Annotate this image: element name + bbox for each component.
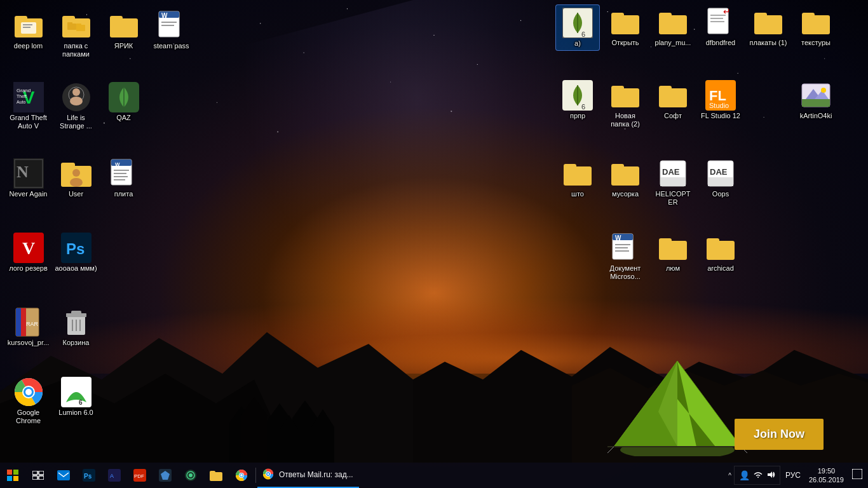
icon-deep-lom[interactable]: deep lom [4, 8, 52, 53]
icon-otkryt[interactable]: Открыть [603, 4, 648, 50]
svg-point-54 [72, 169, 80, 177]
system-tray-area: 👤 [734, 466, 780, 485]
icon-label-fl-studio: FL Studio 12 [701, 112, 740, 120]
svg-rect-134 [7, 470, 12, 475]
taskbar-language[interactable]: РУС [783, 471, 803, 480]
icon-lyum[interactable]: люм [651, 230, 695, 275]
svg-rect-117 [611, 164, 624, 170]
taskbar-notification-button[interactable] [850, 469, 865, 482]
svg-text:DAE: DAE [710, 167, 728, 177]
tray-expand-button[interactable]: ^ [728, 472, 731, 479]
icon-label-user: User [69, 190, 83, 198]
icon-never-again[interactable]: N Never Again [4, 156, 52, 201]
icon-label-gta: Grand Theft Auto V [7, 114, 50, 130]
svg-rect-128 [615, 247, 628, 248]
icon-shto[interactable]: што [555, 156, 600, 201]
svg-rect-131 [659, 238, 672, 245]
icon-plany-mu[interactable]: plany_mu... [651, 4, 695, 50]
svg-rect-165 [852, 469, 862, 479]
taskbar-photoshop[interactable]: Ps [76, 463, 102, 488]
tekstury-folder-icon [801, 7, 831, 37]
steam-pass-icon: W [156, 10, 187, 41]
icon-google-chrome[interactable]: Google Chrome [4, 374, 52, 428]
taskbar-file-explorer[interactable] [203, 463, 229, 488]
icon-tekstury[interactable]: текстуры [794, 4, 838, 50]
icon-user[interactable]: User [52, 156, 100, 201]
svg-rect-19 [15, 16, 27, 22]
taskbar-running-chrome[interactable]: Ответы Mail.ru: зад... [257, 463, 359, 488]
icon-grand-theft-auto[interactable]: V Grand Theft Auto Grand Theft Auto V [4, 79, 52, 133]
taskbar-mail[interactable] [51, 463, 76, 488]
task-view-button[interactable] [25, 463, 51, 488]
svg-rect-22 [23, 27, 31, 28]
icon-soft[interactable]: Софт [651, 78, 695, 123]
taskbar-chrome-pinned[interactable] [229, 463, 254, 488]
icon-korzina[interactable]: Корзина [52, 304, 100, 349]
icon-yarik[interactable]: ЯРИК [100, 8, 147, 53]
icon-kartino4ki[interactable]: kArtinO4ki [794, 78, 838, 123]
svg-rect-110 [802, 99, 830, 107]
icon-life-is-strange[interactable]: Life is Strange ... [52, 79, 100, 133]
svg-rect-47 [76, 24, 81, 26]
svg-text:Auto: Auto [17, 100, 26, 104]
svg-rect-140 [32, 476, 37, 480]
taskbar-divider [255, 468, 256, 483]
icon-kursovoj[interactable]: RAR kursovoj_pr... [4, 304, 52, 349]
icon-label-plita: плита [114, 190, 133, 198]
icon-qaz[interactable]: QAZ [100, 79, 147, 125]
svg-text:Studio: Studio [709, 102, 729, 109]
svg-rect-79 [161, 22, 177, 23]
join-now-button[interactable]: Join Now [735, 419, 824, 450]
svg-rect-129 [615, 250, 629, 252]
svg-rect-21 [23, 24, 32, 25]
taskbar-orbit-browser[interactable] [178, 463, 203, 488]
icon-helicopter[interactable]: DAE HELICOPTER [651, 156, 695, 209]
svg-rect-135 [13, 470, 18, 475]
icon-a-selected[interactable]: 6 а) [555, 4, 600, 51]
shto-folder-icon [562, 158, 593, 189]
plakaty-folder-icon [753, 7, 783, 37]
tray-volume-icon[interactable] [764, 470, 777, 480]
svg-text:Theft: Theft [17, 94, 27, 98]
icon-plakaty[interactable]: плакаты (1) [746, 4, 790, 50]
icon-novaya-papka-2[interactable]: Новая папка (2) [603, 78, 648, 131]
svg-text:Ps: Ps [84, 473, 92, 480]
life-is-strange-icon [61, 82, 92, 112]
svg-text:6: 6 [581, 103, 585, 111]
start-button[interactable] [0, 463, 25, 488]
taskbar-clock[interactable]: 19:50 26.05.2019 [806, 466, 847, 485]
icon-logo-rezerv[interactable]: V лого резерв [4, 230, 52, 275]
tray-person-icon[interactable]: 👤 [737, 470, 752, 480]
icon-oops[interactable]: DAE Oops [698, 156, 743, 201]
never-again-icon: N [13, 158, 44, 189]
icon-dfbndfred[interactable]: ↵ dfbndfred [698, 4, 743, 50]
tray-network-icon[interactable] [752, 470, 764, 480]
icon-papka-s-papkami[interactable]: папка с папками [52, 8, 100, 61]
taskbar-blueprint[interactable]: A [102, 463, 127, 488]
svg-point-50 [72, 88, 80, 96]
svg-point-113 [821, 88, 826, 93]
icon-dokument-microsoft[interactable]: W Документ Microso... [603, 230, 648, 283]
icon-aoooaoa[interactable]: Ps аооаоа ммм) [52, 230, 100, 275]
open-folder-icon [610, 7, 641, 37]
icon-fl-studio[interactable]: FL Studio FL Studio 12 [698, 78, 743, 123]
taskbar-diamond-app[interactable] [153, 463, 178, 488]
icon-prpr[interactable]: 6 прпр [555, 78, 600, 123]
taskbar-system-tray: ^ 👤 РУС [728, 466, 868, 485]
icon-archicad[interactable]: archicad [698, 230, 743, 275]
taskbar-pdf[interactable]: PDF [127, 463, 153, 488]
icon-plita[interactable]: W плита [100, 156, 147, 201]
svg-text:DAE: DAE [662, 167, 680, 177]
svg-rect-86 [611, 13, 624, 19]
svg-rect-43 [62, 16, 75, 22]
icon-label-never-again: Never Again [10, 190, 48, 198]
svg-text:Ps: Ps [66, 240, 85, 257]
icon-musorka[interactable]: мусорка [603, 156, 648, 201]
icon-lumion[interactable]: 6 Lumion 6.0 [52, 374, 100, 419]
folder-with-folders-icon [61, 10, 92, 41]
svg-rect-142 [57, 470, 70, 480]
yarik-folder-icon [109, 10, 139, 41]
icon-label-helicopter: HELICOPTER [653, 190, 693, 207]
icon-steam-pass[interactable]: W steam pass [147, 8, 195, 53]
icon-label-papka-s-papkami: папка с папками [55, 42, 97, 58]
